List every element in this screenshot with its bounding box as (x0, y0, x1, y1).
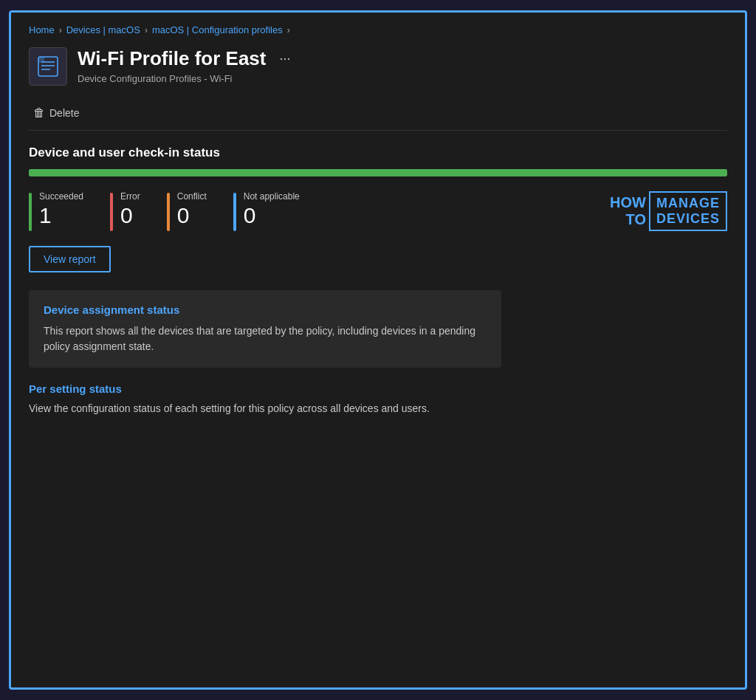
error-bar (110, 193, 113, 231)
more-options-button[interactable]: ··· (279, 51, 290, 66)
device-assignment-title: Device assignment status (44, 303, 487, 316)
stats-row: Succeeded 1 Error 0 Conflict 0 (29, 191, 727, 231)
watermark-devices-text: DEVICES (656, 211, 720, 227)
svg-rect-4 (38, 57, 44, 63)
page-icon (29, 47, 67, 86)
delete-label: Delete (49, 107, 79, 119)
breadcrumb-sep-1: › (59, 25, 62, 35)
conflict-value: 0 (177, 203, 207, 227)
watermark-to: TO (626, 211, 646, 228)
main-container: Home › Devices | macOS › macOS | Configu… (9, 10, 747, 690)
conflict-label: Conflict (177, 191, 207, 202)
succeeded-label: Succeeded (39, 191, 83, 202)
trash-icon: 🗑 (33, 106, 45, 120)
stat-succeeded: Succeeded 1 (29, 191, 83, 231)
breadcrumb-home[interactable]: Home (29, 24, 55, 35)
conflict-bar (167, 193, 170, 231)
progress-bar-container (29, 169, 727, 176)
breadcrumb: Home › Devices | macOS › macOS | Configu… (29, 24, 727, 35)
toolbar: 🗑 Delete (29, 96, 727, 131)
conflict-info: Conflict 0 (177, 191, 207, 227)
stat-error: Error 0 (110, 191, 140, 231)
watermark-manage-devices: MANAGE DEVICES (649, 191, 727, 231)
succeeded-info: Succeeded 1 (39, 191, 83, 227)
breadcrumb-devices[interactable]: Devices | macOS (66, 24, 140, 35)
stat-not-applicable: Not applicable 0 (233, 191, 300, 231)
per-setting-text: View the configuration status of each se… (29, 401, 727, 416)
per-setting-title: Per setting status (29, 382, 727, 395)
per-setting-section: Per setting status View the configuratio… (29, 382, 727, 416)
device-assignment-text: This report shows all the devices that a… (44, 323, 487, 354)
breadcrumb-sep-2: › (145, 25, 148, 35)
error-info: Error 0 (120, 191, 140, 227)
watermark: HOW TO MANAGE DEVICES (610, 191, 727, 231)
section-title: Device and user check-in status (29, 145, 727, 160)
page-header: Wi-Fi Profile for East ··· Device Config… (29, 47, 727, 86)
succeeded-value: 1 (39, 203, 83, 227)
watermark-manage-text: MANAGE (656, 196, 720, 211)
not-applicable-label: Not applicable (244, 191, 300, 202)
delete-button[interactable]: 🗑 Delete (29, 103, 83, 123)
error-value: 0 (120, 203, 140, 227)
not-applicable-bar (233, 193, 236, 231)
not-applicable-info: Not applicable 0 (244, 191, 300, 227)
watermark-how: HOW (610, 194, 646, 211)
progress-bar-fill (29, 169, 727, 176)
page-title: Wi-Fi Profile for East (78, 47, 266, 70)
not-applicable-value: 0 (244, 203, 300, 227)
breadcrumb-profiles[interactable]: macOS | Configuration profiles (152, 24, 283, 35)
device-assignment-card: Device assignment status This report sho… (29, 290, 501, 368)
watermark-howto: HOW TO (610, 194, 646, 228)
view-report-button[interactable]: View report (29, 246, 111, 272)
breadcrumb-sep-3: › (287, 25, 290, 35)
page-subtitle: Device Configuration Profiles - Wi-Fi (78, 73, 727, 84)
stat-conflict: Conflict 0 (167, 191, 207, 231)
succeeded-bar (29, 193, 32, 231)
page-title-block: Wi-Fi Profile for East ··· Device Config… (78, 47, 727, 84)
error-label: Error (120, 191, 140, 202)
